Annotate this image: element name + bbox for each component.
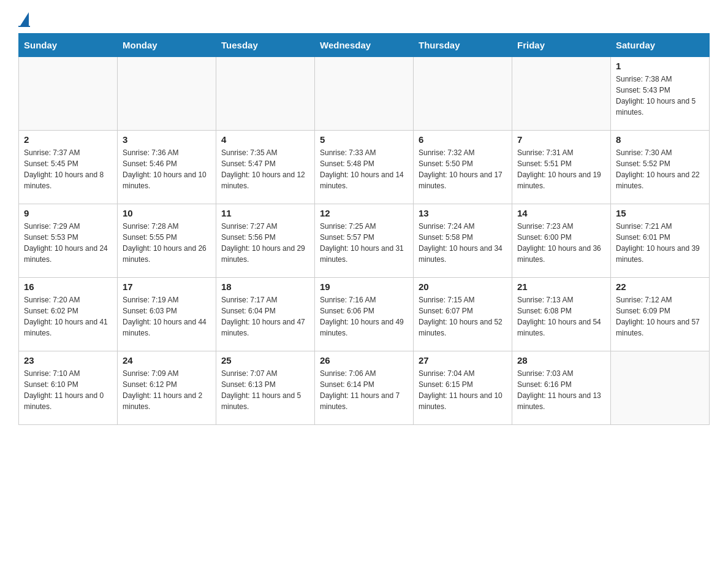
calendar-cell: 11Sunrise: 7:27 AMSunset: 5:56 PMDayligh… <box>216 204 315 278</box>
day-number: 20 <box>419 282 507 292</box>
weekday-header-saturday: Saturday <box>611 34 710 57</box>
day-info: Sunrise: 7:07 AMSunset: 6:13 PMDaylight:… <box>221 368 309 412</box>
day-number: 15 <box>616 208 704 218</box>
week-row-2: 2Sunrise: 7:37 AMSunset: 5:45 PMDaylight… <box>19 131 710 204</box>
calendar-cell <box>19 57 118 131</box>
day-number: 16 <box>24 282 112 292</box>
day-info: Sunrise: 7:09 AMSunset: 6:12 PMDaylight:… <box>123 368 211 412</box>
calendar-table: SundayMondayTuesdayWednesdayThursdayFrid… <box>18 33 710 425</box>
day-info: Sunrise: 7:27 AMSunset: 5:56 PMDaylight:… <box>221 221 309 265</box>
calendar-cell <box>414 57 512 131</box>
weekday-header-friday: Friday <box>512 34 611 57</box>
week-row-1: 1Sunrise: 7:38 AMSunset: 5:43 PMDaylight… <box>19 57 710 131</box>
weekday-header-wednesday: Wednesday <box>315 34 414 57</box>
day-number: 27 <box>419 355 507 366</box>
day-info: Sunrise: 7:12 AMSunset: 6:09 PMDaylight:… <box>616 294 704 339</box>
day-info: Sunrise: 7:06 AMSunset: 6:14 PMDaylight:… <box>320 368 408 412</box>
weekday-header-sunday: Sunday <box>19 34 118 57</box>
calendar-cell: 16Sunrise: 7:20 AMSunset: 6:02 PMDayligh… <box>19 278 118 351</box>
day-number: 10 <box>123 208 211 218</box>
day-number: 28 <box>517 355 605 366</box>
day-info: Sunrise: 7:38 AMSunset: 5:43 PMDaylight:… <box>616 74 704 118</box>
calendar-cell: 22Sunrise: 7:12 AMSunset: 6:09 PMDayligh… <box>611 278 710 351</box>
calendar-cell <box>512 57 611 131</box>
logo-underline <box>18 26 30 27</box>
week-row-5: 23Sunrise: 7:10 AMSunset: 6:10 PMDayligh… <box>19 351 710 425</box>
calendar-cell: 9Sunrise: 7:29 AMSunset: 5:53 PMDaylight… <box>19 204 118 278</box>
day-info: Sunrise: 7:10 AMSunset: 6:10 PMDaylight:… <box>24 368 112 412</box>
day-info: Sunrise: 7:21 AMSunset: 6:01 PMDaylight:… <box>616 221 704 265</box>
day-number: 7 <box>517 134 605 145</box>
day-number: 25 <box>221 355 309 366</box>
calendar-cell: 13Sunrise: 7:24 AMSunset: 5:58 PMDayligh… <box>414 204 512 278</box>
calendar-cell: 20Sunrise: 7:15 AMSunset: 6:07 PMDayligh… <box>414 278 512 351</box>
weekday-header-row: SundayMondayTuesdayWednesdayThursdayFrid… <box>19 34 710 57</box>
weekday-header-tuesday: Tuesday <box>216 34 315 57</box>
day-info: Sunrise: 7:32 AMSunset: 5:50 PMDaylight:… <box>419 147 507 191</box>
day-number: 4 <box>221 134 309 145</box>
calendar-cell: 14Sunrise: 7:23 AMSunset: 6:00 PMDayligh… <box>512 204 611 278</box>
calendar-cell: 8Sunrise: 7:30 AMSunset: 5:52 PMDaylight… <box>611 131 710 204</box>
day-info: Sunrise: 7:25 AMSunset: 5:57 PMDaylight:… <box>320 221 408 265</box>
day-number: 5 <box>320 134 408 145</box>
calendar-cell: 25Sunrise: 7:07 AMSunset: 6:13 PMDayligh… <box>216 351 315 425</box>
day-info: Sunrise: 7:13 AMSunset: 6:08 PMDaylight:… <box>517 294 605 339</box>
calendar-cell: 7Sunrise: 7:31 AMSunset: 5:51 PMDaylight… <box>512 131 611 204</box>
day-info: Sunrise: 7:16 AMSunset: 6:06 PMDaylight:… <box>320 294 408 339</box>
day-info: Sunrise: 7:28 AMSunset: 5:55 PMDaylight:… <box>123 221 211 265</box>
calendar-cell: 5Sunrise: 7:33 AMSunset: 5:48 PMDaylight… <box>315 131 414 204</box>
day-info: Sunrise: 7:36 AMSunset: 5:46 PMDaylight:… <box>123 147 211 191</box>
day-info: Sunrise: 7:04 AMSunset: 6:15 PMDaylight:… <box>419 368 507 412</box>
calendar-cell: 2Sunrise: 7:37 AMSunset: 5:45 PMDaylight… <box>19 131 118 204</box>
day-info: Sunrise: 7:24 AMSunset: 5:58 PMDaylight:… <box>419 221 507 265</box>
calendar-cell: 10Sunrise: 7:28 AMSunset: 5:55 PMDayligh… <box>118 204 216 278</box>
logo-arrow-icon <box>20 12 29 26</box>
calendar-cell: 28Sunrise: 7:03 AMSunset: 6:16 PMDayligh… <box>512 351 611 425</box>
day-number: 6 <box>419 134 507 145</box>
calendar-cell: 1Sunrise: 7:38 AMSunset: 5:43 PMDaylight… <box>611 57 710 131</box>
calendar-cell: 24Sunrise: 7:09 AMSunset: 6:12 PMDayligh… <box>118 351 216 425</box>
day-number: 19 <box>320 282 408 292</box>
day-number: 23 <box>24 355 112 366</box>
calendar-cell: 15Sunrise: 7:21 AMSunset: 6:01 PMDayligh… <box>611 204 710 278</box>
weekday-header-thursday: Thursday <box>414 34 512 57</box>
day-info: Sunrise: 7:19 AMSunset: 6:03 PMDaylight:… <box>123 294 211 339</box>
page-header <box>18 12 710 27</box>
calendar-cell: 21Sunrise: 7:13 AMSunset: 6:08 PMDayligh… <box>512 278 611 351</box>
day-number: 9 <box>24 208 112 218</box>
day-number: 11 <box>221 208 309 218</box>
day-number: 13 <box>419 208 507 218</box>
calendar-cell: 17Sunrise: 7:19 AMSunset: 6:03 PMDayligh… <box>118 278 216 351</box>
calendar-cell <box>611 351 710 425</box>
day-number: 12 <box>320 208 408 218</box>
week-row-4: 16Sunrise: 7:20 AMSunset: 6:02 PMDayligh… <box>19 278 710 351</box>
week-row-3: 9Sunrise: 7:29 AMSunset: 5:53 PMDaylight… <box>19 204 710 278</box>
day-number: 26 <box>320 355 408 366</box>
calendar-cell <box>216 57 315 131</box>
calendar-cell: 4Sunrise: 7:35 AMSunset: 5:47 PMDaylight… <box>216 131 315 204</box>
calendar-cell: 12Sunrise: 7:25 AMSunset: 5:57 PMDayligh… <box>315 204 414 278</box>
day-info: Sunrise: 7:20 AMSunset: 6:02 PMDaylight:… <box>24 294 112 339</box>
calendar-cell: 27Sunrise: 7:04 AMSunset: 6:15 PMDayligh… <box>414 351 512 425</box>
calendar-cell: 26Sunrise: 7:06 AMSunset: 6:14 PMDayligh… <box>315 351 414 425</box>
day-info: Sunrise: 7:23 AMSunset: 6:00 PMDaylight:… <box>517 221 605 265</box>
day-info: Sunrise: 7:31 AMSunset: 5:51 PMDaylight:… <box>517 147 605 191</box>
weekday-header-monday: Monday <box>118 34 216 57</box>
day-number: 8 <box>616 134 704 145</box>
calendar-cell: 6Sunrise: 7:32 AMSunset: 5:50 PMDaylight… <box>414 131 512 204</box>
calendar-cell <box>118 57 216 131</box>
calendar-cell <box>315 57 414 131</box>
day-number: 24 <box>123 355 211 366</box>
calendar-cell: 18Sunrise: 7:17 AMSunset: 6:04 PMDayligh… <box>216 278 315 351</box>
day-number: 2 <box>24 134 112 145</box>
day-info: Sunrise: 7:37 AMSunset: 5:45 PMDaylight:… <box>24 147 112 191</box>
day-number: 21 <box>517 282 605 292</box>
day-info: Sunrise: 7:03 AMSunset: 6:16 PMDaylight:… <box>517 368 605 412</box>
day-number: 22 <box>616 282 704 292</box>
logo <box>18 12 30 27</box>
day-info: Sunrise: 7:15 AMSunset: 6:07 PMDaylight:… <box>419 294 507 339</box>
day-info: Sunrise: 7:17 AMSunset: 6:04 PMDaylight:… <box>221 294 309 339</box>
day-info: Sunrise: 7:33 AMSunset: 5:48 PMDaylight:… <box>320 147 408 191</box>
day-number: 1 <box>616 61 704 71</box>
day-number: 14 <box>517 208 605 218</box>
